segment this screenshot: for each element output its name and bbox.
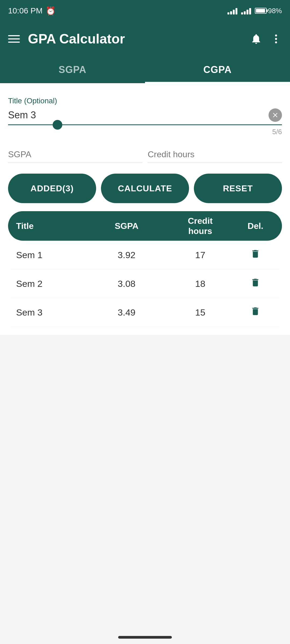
calculate-label: CALCULATE bbox=[118, 184, 172, 193]
svg-point-1 bbox=[275, 38, 277, 40]
bottom-nav-bar bbox=[118, 636, 172, 639]
reset-button[interactable]: RESET bbox=[194, 174, 282, 203]
tab-sgpa[interactable]: SGPA bbox=[0, 56, 145, 83]
credit-field-group bbox=[148, 147, 282, 163]
app-bar-actions bbox=[250, 33, 282, 45]
input-underline bbox=[8, 124, 282, 126]
sgpa-field-group bbox=[8, 147, 142, 163]
more-vert-icon bbox=[270, 33, 282, 45]
char-count: 5/6 bbox=[8, 128, 282, 136]
battery-icon bbox=[255, 8, 267, 14]
bell-icon bbox=[250, 33, 262, 45]
title-label: Title (Optional) bbox=[8, 97, 282, 105]
table-row: Sem 2 3.08 18 bbox=[11, 269, 279, 298]
svg-point-2 bbox=[275, 41, 277, 43]
header-del: Del. bbox=[237, 221, 274, 231]
credit-input[interactable] bbox=[148, 147, 282, 163]
more-options-button[interactable] bbox=[270, 33, 282, 45]
status-bar: 10:06 PM ⏰ 98% bbox=[0, 0, 290, 21]
row-delete-3[interactable] bbox=[237, 306, 274, 319]
header-title: Title bbox=[16, 221, 90, 231]
battery-percent: 98% bbox=[268, 7, 282, 15]
delete-icon bbox=[250, 306, 260, 316]
row-credit-2: 18 bbox=[164, 278, 237, 289]
delete-icon bbox=[250, 277, 260, 288]
action-buttons-row: ADDED(3) CALCULATE RESET bbox=[8, 174, 282, 203]
svg-point-0 bbox=[275, 35, 277, 36]
row-credit-1: 17 bbox=[164, 250, 237, 261]
status-right-area: 98% bbox=[227, 7, 282, 15]
header-sgpa: SGPA bbox=[90, 221, 163, 231]
title-input[interactable] bbox=[8, 107, 264, 123]
underline-active bbox=[8, 125, 282, 125]
tab-bar: SGPA CGPA bbox=[0, 56, 290, 83]
hamburger-icon bbox=[8, 35, 20, 43]
row-title-2: Sem 2 bbox=[16, 279, 90, 289]
alarm-icon: ⏰ bbox=[46, 6, 56, 16]
row-title-1: Sem 1 bbox=[16, 250, 90, 260]
slider-thumb bbox=[53, 120, 62, 130]
row-sgpa-2: 3.08 bbox=[90, 279, 163, 289]
sgpa-input[interactable] bbox=[8, 147, 142, 163]
fields-row bbox=[8, 147, 282, 163]
table-body: Sem 1 3.92 17 Sem 2 3.08 18 Sem 3 3.49 1… bbox=[8, 241, 282, 327]
delete-icon bbox=[250, 249, 260, 259]
added-label: ADDED(3) bbox=[31, 184, 74, 193]
signal-icon-2 bbox=[241, 7, 251, 14]
row-sgpa-3: 3.49 bbox=[90, 307, 163, 318]
tab-cgpa[interactable]: CGPA bbox=[145, 56, 290, 83]
table-row: Sem 1 3.92 17 bbox=[11, 241, 279, 269]
app-title: GPA Calculator bbox=[28, 31, 242, 47]
battery-indicator: 98% bbox=[255, 7, 282, 15]
status-time-area: 10:06 PM ⏰ bbox=[8, 6, 56, 16]
table-row: Sem 3 3.49 15 bbox=[11, 298, 279, 327]
notification-button[interactable] bbox=[250, 33, 262, 45]
row-delete-1[interactable] bbox=[237, 249, 274, 261]
time-display: 10:06 PM bbox=[8, 6, 42, 15]
close-icon bbox=[271, 111, 279, 119]
clear-button[interactable] bbox=[269, 108, 282, 122]
row-delete-2[interactable] bbox=[237, 277, 274, 290]
calculate-button[interactable]: CALCULATE bbox=[101, 174, 189, 203]
main-content: Title (Optional) 5/6 ADDED(3) C bbox=[0, 83, 290, 335]
menu-button[interactable] bbox=[8, 35, 20, 43]
row-sgpa-1: 3.92 bbox=[90, 250, 163, 260]
table-header: Title SGPA Credithours Del. bbox=[8, 211, 282, 241]
app-bar: GPA Calculator bbox=[0, 21, 290, 56]
title-input-row bbox=[8, 107, 282, 123]
signal-icon-1 bbox=[227, 7, 237, 14]
title-input-section: Title (Optional) 5/6 bbox=[8, 91, 282, 139]
reset-label: RESET bbox=[223, 184, 253, 193]
header-credit: Credithours bbox=[164, 216, 237, 236]
added-button[interactable]: ADDED(3) bbox=[8, 174, 96, 203]
row-credit-3: 15 bbox=[164, 307, 237, 318]
row-title-3: Sem 3 bbox=[16, 307, 90, 318]
